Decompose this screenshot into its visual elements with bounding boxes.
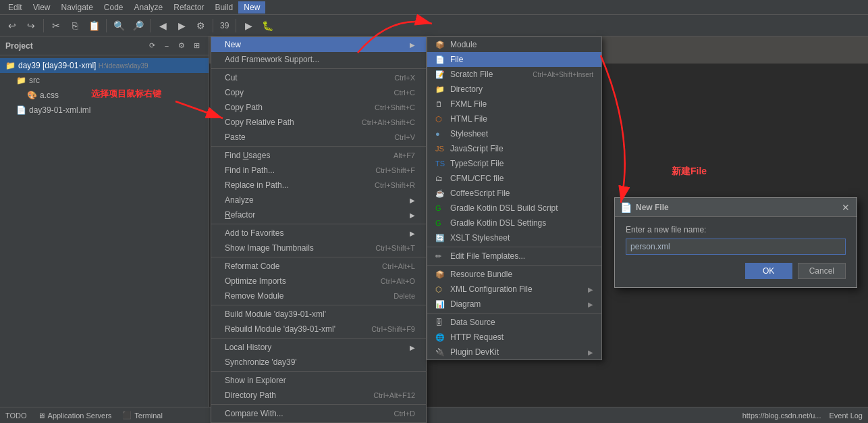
sidebar-expand-btn[interactable]: ⊞ (190, 39, 203, 53)
toolbar-undo[interactable]: ↩ (4, 18, 20, 34)
ctx-find-in-path[interactable]: Find in Path... Ctrl+Shift+F (211, 163, 426, 178)
sub-ts[interactable]: TS TypeScript File (427, 156, 601, 171)
ctx-show-thumbnails[interactable]: Show Image Thumbnails Ctrl+Shift+T (211, 241, 426, 255)
sub-http-request[interactable]: 🌐 HTTP Request (427, 330, 601, 345)
dialog-close-btn[interactable]: ✕ (840, 202, 851, 213)
ctx-find-usages[interactable]: Find Usages Alt+F7 (211, 148, 426, 163)
sub-file[interactable]: 📄 File (427, 52, 601, 67)
sub-diagram[interactable]: 📊 Diagram (427, 297, 601, 312)
ctx-paste[interactable]: Paste Ctrl+V (211, 130, 426, 145)
menu-edit[interactable]: Edit (3, 1, 28, 14)
ts-icon: TS (435, 159, 447, 168)
sub-resource-bundle[interactable]: 📦 Resource Bundle (427, 267, 601, 282)
ctx-copy-relative-path[interactable]: Copy Relative Path Ctrl+Alt+Shift+C (211, 115, 426, 130)
toolbar-copy[interactable]: ⎘ (67, 18, 83, 34)
sub-data-source[interactable]: 🗄 Data Source (427, 315, 601, 330)
status-event-log[interactable]: Event Log (829, 412, 863, 420)
ctx-synchronize[interactable]: Synchronize 'day39' (211, 355, 426, 370)
ctx-reformat[interactable]: Reformat Code Ctrl+Alt+L (211, 259, 426, 274)
ctx-add-favorites[interactable]: Add to Favorites ▶ (211, 226, 426, 241)
sub-ts-label: TypeScript File (450, 159, 504, 168)
sub-scratch-file[interactable]: 📝 Scratch File Ctrl+Alt+Shift+Insert (427, 67, 601, 82)
toolbar-debug[interactable]: 🐛 (259, 18, 275, 34)
sub-cfml[interactable]: 🗂 CFML/CFC file (427, 171, 601, 186)
toolbar-forward[interactable]: ▶ (173, 18, 190, 34)
ctx-remove-module[interactable]: Remove Module Delete (211, 289, 426, 303)
sub-xslt[interactable]: 🔄 XSLT Stylesheet (427, 230, 601, 245)
gradle-build-icon: G (435, 204, 447, 212)
sub-coffeescript[interactable]: ☕ CoffeeScript File (427, 186, 601, 201)
sub-html[interactable]: ⬡ HTML File (427, 111, 601, 126)
status-url[interactable]: https://blog.csdn.net/u... (742, 412, 821, 420)
ctx-new[interactable]: New ▶ (211, 37, 426, 52)
xslt-icon: 🔄 (435, 234, 447, 243)
toolbar-cut[interactable]: ✂ (48, 18, 64, 34)
dialog-cancel-btn[interactable]: Cancel (798, 263, 846, 279)
sub-directory[interactable]: 📁 Directory (427, 82, 601, 97)
toolbar-sep-3 (150, 19, 151, 32)
sub-edit-templates[interactable]: ✏ Edit File Templates... (427, 249, 601, 264)
sub-diagram-label: Diagram (450, 299, 481, 309)
menu-analyze[interactable]: Analyze (129, 1, 169, 14)
ctx-find-usages-shortcut: Alt+F7 (394, 151, 415, 159)
ctx-find-usages-label: Find Usages (225, 151, 394, 160)
ctx-analyze[interactable]: Analyze ▶ (211, 193, 426, 207)
sub-sep-2 (427, 265, 601, 266)
sub-data-source-label: Data Source (450, 318, 495, 327)
ctx-optimize-imports[interactable]: Optimize Imports Ctrl+Alt+O (211, 274, 426, 289)
toolbar-redo[interactable]: ↪ (23, 18, 39, 34)
tree-item-project[interactable]: 📁 day39 [day39-01-xml] H:\ideaws\day39 (0, 58, 209, 73)
sub-plugin-devkit[interactable]: 🔌 Plugin DevKit (427, 345, 601, 359)
ctx-compare[interactable]: Compare With... Ctrl+D (211, 406, 426, 421)
sub-xml-config[interactable]: ⬡ XML Configuration File (427, 282, 601, 297)
toolbar-paste[interactable]: 📋 (86, 18, 102, 34)
tree-item-src[interactable]: 📁 src (0, 73, 209, 88)
menu-view[interactable]: View (28, 1, 56, 14)
ctx-replace-in-path-shortcut: Ctrl+Shift+R (375, 181, 415, 189)
ctx-directory-path[interactable]: Directory Path Ctrl+Alt+F12 (211, 388, 426, 403)
acss-label: a.css (40, 91, 59, 100)
menu-code[interactable]: Code (99, 1, 129, 14)
sidebar-collapse-btn[interactable]: − (160, 39, 173, 53)
context-menu: New ▶ Add Framework Support... Cut Ctrl+… (211, 36, 427, 423)
sub-module[interactable]: 📦 Module (427, 37, 601, 52)
toolbar-run[interactable]: ▶ (240, 18, 256, 34)
toolbar-zoom-in[interactable]: 🔎 (130, 18, 146, 34)
toolbar-back[interactable]: ◀ (155, 18, 171, 34)
new-file-input[interactable] (626, 239, 846, 255)
ctx-build-module[interactable]: Build Module 'day39-01-xml' (211, 307, 426, 322)
toolbar-settings[interactable]: ⚙ (192, 18, 209, 34)
sub-stylesheet[interactable]: ● Stylesheet (427, 126, 601, 141)
status-app-servers[interactable]: 🖥 Application Servers (38, 412, 112, 420)
ctx-add-framework[interactable]: Add Framework Support... (211, 52, 426, 67)
menu-new[interactable]: New (238, 1, 265, 14)
status-todo[interactable]: TODO (5, 412, 27, 420)
sub-gradle-settings[interactable]: G Gradle Kotlin DSL Settings (427, 216, 601, 230)
ctx-refactor[interactable]: Refactor ▶ (211, 207, 426, 222)
dialog-ok-btn[interactable]: OK (745, 263, 792, 279)
toolbar-sep-1 (43, 19, 44, 32)
ctx-cut[interactable]: Cut Ctrl+X (211, 70, 426, 85)
terminal-label: Terminal (134, 412, 163, 420)
stylesheet-icon: ● (435, 130, 447, 138)
sidebar-sync-btn[interactable]: ⟳ (145, 39, 159, 53)
sub-fxml[interactable]: 🗒 FXML File (427, 97, 601, 111)
ctx-copy[interactable]: Copy Ctrl+C (211, 85, 426, 100)
menu-refactor[interactable]: Refactor (168, 1, 209, 14)
sub-gradle-build[interactable]: G Gradle Kotlin DSL Build Script (427, 201, 601, 216)
ctx-rebuild-module[interactable]: Rebuild Module 'day39-01-xml' Ctrl+Shift… (211, 322, 426, 337)
tree-item-acss[interactable]: 🎨 a.css (0, 88, 209, 103)
sub-stylesheet-label: Stylesheet (450, 129, 488, 139)
status-terminal[interactable]: ⬛ Terminal (122, 411, 163, 420)
menu-navigate[interactable]: Navigate (55, 1, 98, 14)
ctx-directory-path-label: Directory Path (225, 391, 373, 400)
ctx-replace-in-path[interactable]: Replace in Path... Ctrl+Shift+R (211, 178, 426, 193)
tree-item-iml[interactable]: 📄 day39-01-xml.iml (0, 103, 209, 118)
ctx-copy-path[interactable]: Copy Path Ctrl+Shift+C (211, 100, 426, 115)
toolbar-zoom-out[interactable]: 🔍 (111, 18, 127, 34)
sub-js[interactable]: JS JavaScript File (427, 141, 601, 156)
sidebar-settings-btn[interactable]: ⚙ (175, 39, 188, 53)
ctx-show-explorer[interactable]: Show in Explorer (211, 373, 426, 388)
menu-build[interactable]: Build (210, 1, 239, 14)
ctx-local-history[interactable]: Local History ▶ (211, 340, 426, 355)
